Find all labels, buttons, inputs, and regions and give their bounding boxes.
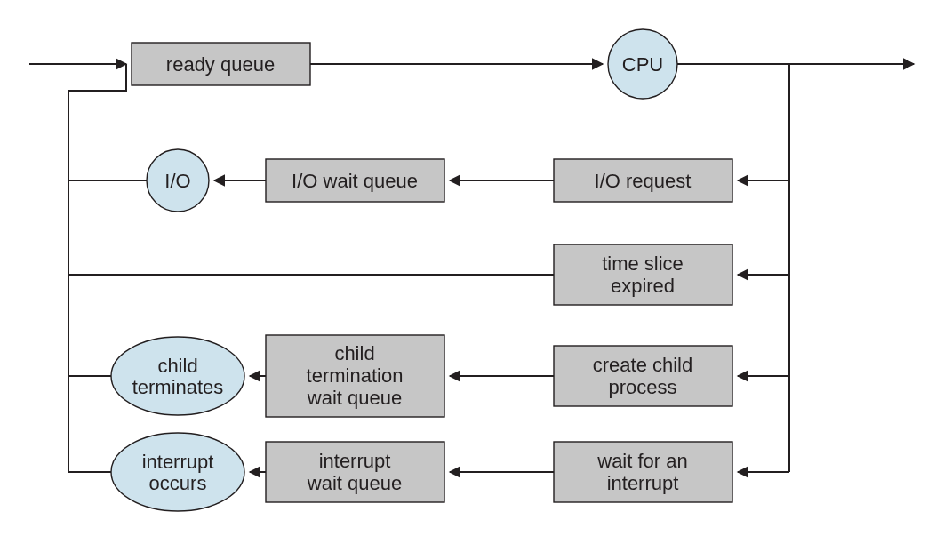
process-queue-diagram: ready queue CPU I/O I/O wait queue I/O r… — [0, 0, 944, 560]
interrupt-wq-l1: interrupt — [319, 450, 391, 472]
child-term-wq-l1: child — [334, 342, 374, 364]
interrupt-occurs-l2: occurs — [149, 472, 207, 494]
child-terminates-l1: child — [157, 355, 197, 377]
wait-interrupt-l1: wait for an — [596, 450, 688, 472]
time-slice-l2: expired — [611, 275, 675, 297]
ready-queue-label: ready queue — [166, 53, 275, 76]
interrupt-wq-l2: wait queue — [307, 472, 402, 494]
io-label: I/O — [164, 170, 190, 192]
interrupt-occurs-l1: interrupt — [142, 451, 214, 473]
io-wait-queue-label: I/O wait queue — [292, 170, 418, 192]
child-term-wq-l3: wait queue — [307, 387, 402, 409]
child-term-wq-l2: termination — [307, 364, 404, 387]
create-child-l1: create child — [593, 354, 693, 376]
create-child-l2: process — [608, 376, 676, 398]
time-slice-l1: time slice — [602, 252, 684, 275]
child-terminates-l2: terminates — [132, 376, 224, 398]
cpu-label: CPU — [622, 53, 663, 76]
left-bus-into-ready — [68, 64, 126, 91]
wait-interrupt-l2: interrupt — [607, 472, 679, 494]
io-request-label: I/O request — [595, 170, 692, 192]
